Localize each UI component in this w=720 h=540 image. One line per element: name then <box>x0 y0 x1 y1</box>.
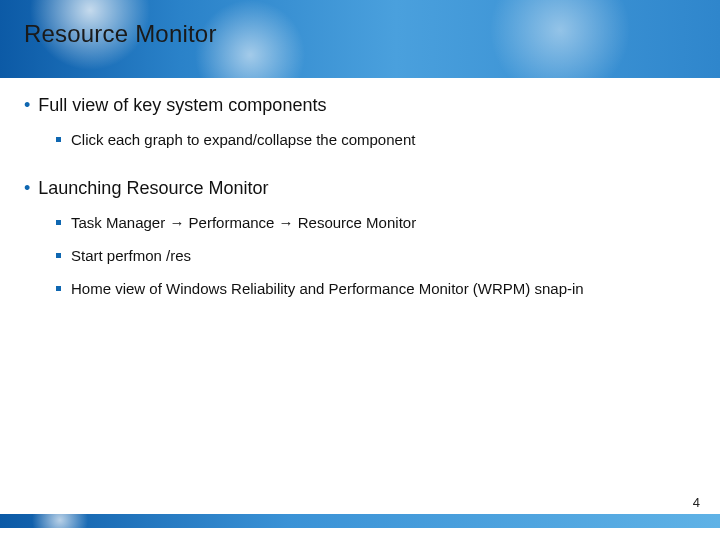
bullet-level2: Click each graph to expand/collapse the … <box>56 130 692 149</box>
bullet-level2: Home view of Windows Reliability and Per… <box>56 279 692 298</box>
bullet-level1: • Launching Resource Monitor <box>24 177 692 199</box>
spacer <box>24 159 692 173</box>
bullet-level2: Task Manager → Performance → Resource Mo… <box>56 213 692 232</box>
bullet-square-icon <box>56 286 61 291</box>
bullet-text: Click each graph to expand/collapse the … <box>71 130 415 149</box>
bullet-square-icon <box>56 253 61 258</box>
bullet-square-icon <box>56 220 61 225</box>
bullet-level2: Start perfmon /res <box>56 246 692 265</box>
bullet-dot-icon: • <box>24 94 30 116</box>
bullet-text: Task Manager → Performance → Resource Mo… <box>71 213 416 232</box>
slide-title: Resource Monitor <box>24 20 217 48</box>
footer-bar <box>0 514 720 528</box>
content-area: • Full view of key system components Cli… <box>24 90 692 308</box>
bullet-text: Launching Resource Monitor <box>38 177 268 199</box>
page-number: 4 <box>693 495 700 510</box>
bullet-text: Full view of key system components <box>38 94 326 116</box>
bullet-dot-icon: • <box>24 177 30 199</box>
bullet-text: Start perfmon /res <box>71 246 191 265</box>
bullet-text: Home view of Windows Reliability and Per… <box>71 279 584 298</box>
slide: Resource Monitor • Full view of key syst… <box>0 0 720 540</box>
bullet-square-icon <box>56 137 61 142</box>
bullet-level1: • Full view of key system components <box>24 94 692 116</box>
